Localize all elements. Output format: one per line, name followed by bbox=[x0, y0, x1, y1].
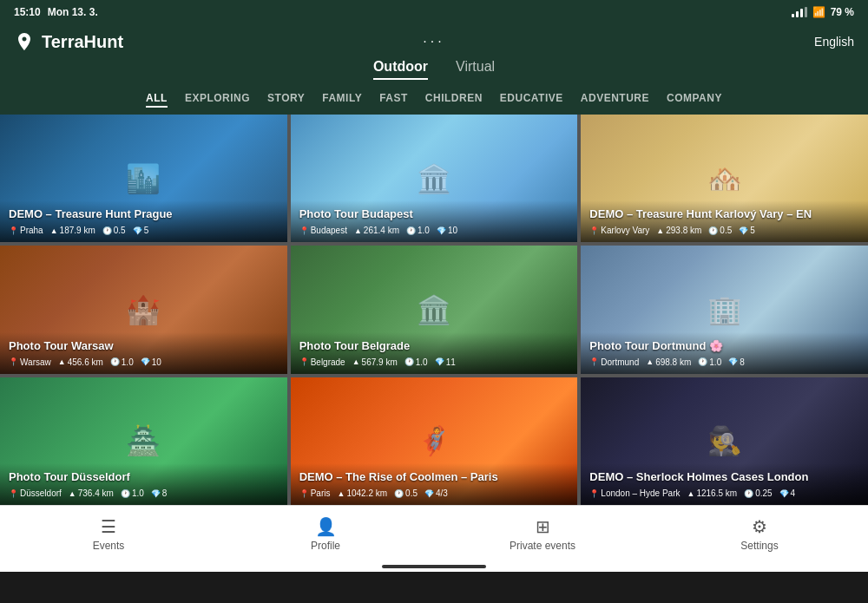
card-meta: 📍 Karlovy Vary ▲ 293.8 km 🕐 0.5 💎 5 bbox=[589, 226, 859, 235]
location-icon: 📍 bbox=[299, 489, 309, 498]
tab-outdoor[interactable]: Outdoor bbox=[373, 59, 428, 80]
card-location: 📍 Belgrade bbox=[299, 357, 345, 367]
nav-item-profile[interactable]: 👤 Profile bbox=[217, 506, 434, 561]
clock-icon: 🕐 bbox=[744, 489, 753, 498]
cat-tab-family[interactable]: FAMILY bbox=[322, 90, 362, 108]
card-city: Praha bbox=[20, 226, 43, 235]
card-meta: 📍 Paris ▲ 1042.2 km 🕐 0.5 💎 4/3 bbox=[299, 488, 569, 498]
card-title: DEMO – Treasure Hunt Prague bbox=[9, 207, 279, 222]
card-overlay: DEMO – Treasure Hunt Karlový Vary – EN 📍… bbox=[581, 200, 868, 242]
clock-icon: 🕐 bbox=[406, 226, 416, 235]
card-overlay: Photo Tour Warsaw 📍 Warsaw ▲ 456.6 km 🕐 … bbox=[0, 332, 287, 374]
nav-icon-private-events: ⊞ bbox=[536, 516, 550, 537]
gem-icon: 💎 bbox=[437, 226, 446, 235]
tab-virtual[interactable]: Virtual bbox=[456, 59, 495, 80]
location-icon: 📍 bbox=[9, 489, 18, 498]
card-meta: 📍 Dortmund ▲ 698.8 km 🕐 1.0 💎 8 bbox=[589, 357, 859, 367]
cat-tab-all[interactable]: ALL bbox=[146, 90, 168, 108]
card-distance: ▲ 456.6 km bbox=[58, 357, 103, 367]
card[interactable]: 🕵️ DEMO – Sherlock Holmes Cases London 📍… bbox=[581, 377, 868, 505]
bottom-nav: ☰ Events 👤 Profile ⊞ Private events ⚙ Se… bbox=[0, 505, 868, 561]
card-overlay: DEMO – Sherlock Holmes Cases London 📍 Lo… bbox=[581, 463, 868, 505]
time: 15:10 bbox=[14, 6, 41, 18]
card-title: DEMO – Treasure Hunt Karlový Vary – EN bbox=[589, 207, 859, 222]
card-city: Dortmund bbox=[601, 357, 639, 367]
card[interactable]: 🏰 Photo Tour Warsaw 📍 Warsaw ▲ 456.6 km … bbox=[0, 246, 287, 373]
card[interactable]: 🏘️ DEMO – Treasure Hunt Karlový Vary – E… bbox=[581, 115, 868, 242]
location-icon: 📍 bbox=[9, 226, 18, 235]
distance-icon: ▲ bbox=[687, 489, 695, 498]
cat-tab-story[interactable]: STORY bbox=[267, 90, 305, 108]
card-overlay: Photo Tour Budapest 📍 Budapest ▲ 261.4 k… bbox=[291, 200, 578, 242]
cat-tab-educative[interactable]: EDUCATIVE bbox=[500, 90, 563, 108]
card-rating: 🕐 1.0 bbox=[110, 357, 134, 367]
card-gems: 💎 5 bbox=[133, 226, 149, 235]
card-rating: 🕐 1.0 bbox=[121, 488, 144, 498]
card-title: Photo Tour Budapest bbox=[299, 207, 569, 222]
cat-tab-children[interactable]: CHILDREN bbox=[425, 90, 483, 108]
card-gems: 💎 5 bbox=[739, 226, 755, 235]
card-location: 📍 Düsseldorf bbox=[9, 488, 62, 498]
card-meta: 📍 Warsaw ▲ 456.6 km 🕐 1.0 💎 10 bbox=[9, 357, 279, 367]
nav-item-settings[interactable]: ⚙ Settings bbox=[651, 506, 868, 561]
card-gems: 💎 10 bbox=[437, 226, 457, 235]
location-icon: 📍 bbox=[299, 226, 309, 235]
location-icon: 📍 bbox=[589, 357, 599, 366]
card[interactable]: 🏙️ DEMO – Treasure Hunt Prague 📍 Praha ▲… bbox=[0, 115, 287, 242]
card-meta: 📍 London – Hyde Park ▲ 1216.5 km 🕐 0.25 … bbox=[589, 488, 859, 498]
distance-icon: ▲ bbox=[352, 357, 360, 366]
card-title: DEMO – The Rise of Coolmen – Paris bbox=[299, 470, 569, 485]
app-name: TerraHunt bbox=[42, 32, 123, 52]
nav-item-events[interactable]: ☰ Events bbox=[0, 506, 217, 561]
nav-item-private-events[interactable]: ⊞ Private events bbox=[434, 506, 651, 561]
clock-icon: 🕐 bbox=[121, 489, 130, 498]
card-city: London – Hyde Park bbox=[601, 488, 680, 498]
card-distance: ▲ 187.9 km bbox=[50, 226, 95, 235]
clock-icon: 🕐 bbox=[394, 489, 404, 498]
clock-icon: 🕐 bbox=[110, 357, 120, 366]
card[interactable]: 🏢 Photo Tour Dortmund 🌸 📍 Dortmund ▲ 698… bbox=[581, 246, 868, 373]
status-right: 📶 79 % bbox=[792, 6, 854, 18]
logo-icon bbox=[14, 31, 35, 52]
category-tabs: ALLEXPLORINGSTORYFAMILYFASTCHILDRENEDUCA… bbox=[0, 83, 868, 115]
card[interactable]: 🏛️ Photo Tour Belgrade 📍 Belgrade ▲ 567.… bbox=[291, 246, 578, 373]
cat-tab-fast[interactable]: FAST bbox=[379, 90, 408, 108]
card-location: 📍 London – Hyde Park bbox=[589, 488, 680, 498]
distance-icon: ▲ bbox=[69, 489, 76, 498]
header: TerraHunt ··· English bbox=[0, 24, 868, 52]
gem-icon: 💎 bbox=[141, 357, 150, 366]
cat-tab-exploring[interactable]: EXPLORING bbox=[185, 90, 250, 108]
card-title: Photo Tour Warsaw bbox=[9, 339, 279, 354]
nav-icon-settings: ⚙ bbox=[752, 516, 767, 537]
card[interactable]: 🏛️ Photo Tour Budapest 📍 Budapest ▲ 261.… bbox=[291, 115, 578, 242]
card-gems: 💎 4/3 bbox=[424, 488, 448, 498]
card-distance: ▲ 567.9 km bbox=[352, 357, 398, 367]
card-city: Paris bbox=[311, 488, 331, 498]
distance-icon: ▲ bbox=[337, 489, 345, 498]
card-distance: ▲ 261.4 km bbox=[354, 226, 399, 235]
cat-tab-adventure[interactable]: ADVENTURE bbox=[581, 90, 649, 108]
card-rating: 🕐 0.5 bbox=[394, 488, 418, 498]
gem-icon: 💎 bbox=[728, 357, 738, 366]
card-location: 📍 Budapest bbox=[299, 226, 347, 235]
distance-icon: ▲ bbox=[58, 357, 66, 366]
card-gems: 💎 8 bbox=[728, 357, 745, 367]
card-title: Photo Tour Düsseldorf bbox=[9, 470, 279, 485]
card-distance: ▲ 1216.5 km bbox=[687, 488, 738, 498]
cat-tab-company[interactable]: COMPANY bbox=[667, 90, 722, 108]
language-button[interactable]: English bbox=[814, 35, 854, 49]
location-icon: 📍 bbox=[9, 357, 18, 366]
card[interactable]: 🏯 Photo Tour Düsseldorf 📍 Düsseldorf ▲ 7… bbox=[0, 377, 287, 505]
card-meta: 📍 Budapest ▲ 261.4 km 🕐 1.0 💎 10 bbox=[299, 226, 569, 235]
status-bar: 15:10 Mon 13. 3. 📶 79 % bbox=[0, 0, 868, 24]
gem-icon: 💎 bbox=[424, 489, 434, 498]
card-gems: 💎 4 bbox=[779, 488, 796, 498]
clock-icon: 🕐 bbox=[404, 357, 414, 366]
card-overlay: Photo Tour Belgrade 📍 Belgrade ▲ 567.9 k… bbox=[291, 332, 578, 374]
distance-icon: ▲ bbox=[50, 226, 58, 235]
status-left: 15:10 Mon 13. 3. bbox=[14, 6, 98, 18]
card[interactable]: 🦸 DEMO – The Rise of Coolmen – Paris 📍 P… bbox=[291, 377, 578, 505]
main-tabs-container: OutdoorVirtual bbox=[0, 52, 868, 83]
distance-icon: ▲ bbox=[646, 357, 654, 366]
card-distance: ▲ 1042.2 km bbox=[337, 488, 387, 498]
